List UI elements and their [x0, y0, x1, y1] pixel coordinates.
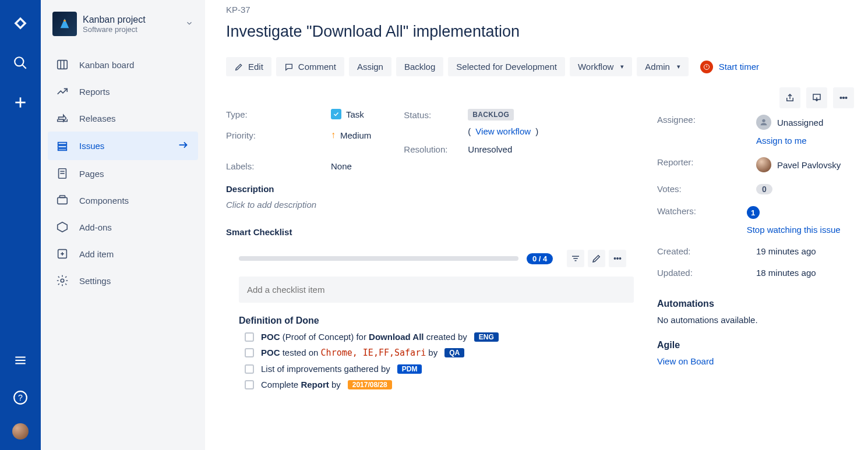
description-header: Description [226, 184, 634, 194]
item-text: tested on [280, 348, 321, 357]
issue-view: KP-37 Investigate "Download All" impleme… [205, 0, 868, 450]
automations-empty: No automations available. [657, 315, 848, 325]
assignee-label: Assignee: [657, 115, 756, 125]
item-bold: Report [301, 380, 329, 389]
item-code: Chrome, IE,FF,Safari [321, 348, 426, 358]
svg-point-0 [15, 57, 23, 66]
updated-value: 18 minutes ago [756, 268, 816, 278]
project-switcher[interactable]: Kanban project Software project [48, 9, 198, 47]
svg-point-40 [762, 119, 765, 122]
view-on-board-link[interactable]: View on Board [657, 356, 714, 366]
help-icon[interactable]: ? [9, 386, 32, 409]
sidebar-item-components[interactable]: Components [48, 187, 198, 214]
checkbox[interactable] [245, 364, 254, 374]
chevron-down-icon: ▾ [677, 63, 680, 70]
checklist-progress-bar [239, 256, 518, 261]
export-icon [811, 93, 822, 103]
checkbox[interactable] [245, 332, 254, 342]
backlog-button[interactable]: Backlog [396, 57, 443, 76]
sidebar-item-reports[interactable]: Reports [48, 78, 198, 105]
releases-icon [56, 112, 69, 125]
components-icon [56, 194, 69, 207]
tag-date: 2017/08/28 [348, 380, 392, 389]
admin-dropdown[interactable]: Admin▾ [637, 57, 689, 76]
edit-button[interactable]: Edit [226, 57, 271, 76]
search-icon[interactable] [9, 51, 32, 75]
assignee-value[interactable]: Unassigned [777, 118, 823, 127]
labels-value[interactable]: None [331, 161, 352, 171]
watchers-count[interactable]: 1 [747, 206, 760, 219]
checklist-input[interactable] [247, 285, 626, 295]
assign-to-me-link[interactable]: Assign to me [756, 136, 807, 146]
view-workflow-link[interactable]: View workflow [475, 126, 531, 136]
reporter-label: Reporter: [657, 157, 756, 167]
sidebar-item-label: Add-ons [79, 222, 112, 232]
checklist-group-header: Definition of Done [239, 316, 634, 326]
svg-marker-23 [58, 222, 68, 232]
sidebar-item-settings[interactable]: Settings [48, 267, 198, 294]
more-actions-button[interactable] [833, 87, 854, 108]
comment-button[interactable]: Comment [276, 57, 344, 76]
jira-logo-icon[interactable] [9, 12, 32, 35]
checklist-more-button[interactable] [609, 250, 626, 267]
sidebar-item-label: Issues [79, 141, 104, 151]
tag-pdm: PDM [397, 364, 422, 374]
checkbox[interactable] [245, 348, 254, 357]
sidebar-item-pages[interactable]: Pages [48, 160, 198, 187]
reporter-value[interactable]: Pavel Pavlovsky [777, 160, 841, 170]
item-text: by [426, 348, 437, 357]
user-avatar-icon[interactable] [12, 423, 29, 440]
selected-for-dev-button[interactable]: Selected for Development [448, 57, 565, 76]
stop-watching-link[interactable]: Stop watching this issue [747, 225, 841, 235]
description-placeholder[interactable]: Click to add description [226, 200, 634, 210]
checklist-item[interactable]: POC tested on Chrome, IE,FF,Safari by QA [245, 348, 634, 358]
assign-button[interactable]: Assign [349, 57, 391, 76]
workflow-dropdown[interactable]: Workflow▾ [570, 57, 632, 76]
checklist-filter-button[interactable] [567, 250, 584, 267]
item-text: Complete [261, 380, 301, 389]
checklist-item[interactable]: List of improvements gathered by PDM [245, 364, 634, 374]
pencil-icon [234, 62, 244, 72]
tag-qa: QA [444, 348, 464, 357]
checklist-edit-button[interactable] [588, 250, 605, 267]
sidebar-item-issues[interactable]: Issues [48, 132, 198, 160]
issue-toolbar: Edit Comment Assign Backlog Selected for… [226, 57, 854, 76]
issues-icon [56, 140, 69, 153]
project-name: Kanban project [83, 15, 146, 25]
sidebar-item-kanban-board[interactable]: Kanban board [48, 51, 198, 78]
created-label: Created: [657, 246, 756, 256]
addons-icon [56, 221, 69, 233]
checkbox[interactable] [245, 380, 254, 389]
project-sidebar: Kanban project Software project Kanban b… [41, 0, 205, 450]
issue-key[interactable]: KP-37 [226, 5, 854, 15]
sidebar-item-add-item[interactable]: Add item [48, 240, 198, 267]
checklist-item[interactable]: POC (Proof of Concept) for Download All … [245, 332, 634, 342]
sidebar-item-add-ons[interactable]: Add-ons [48, 214, 198, 240]
global-rail: ? [0, 0, 41, 450]
checklist-header: Smart Checklist [226, 227, 634, 237]
agile-header: Agile [657, 340, 848, 350]
svg-point-32 [843, 97, 845, 99]
share-icon [785, 93, 795, 103]
checklist-item[interactable]: Complete Report by 2017/08/28 [245, 380, 634, 389]
menu-icon[interactable] [9, 349, 32, 372]
button-label: Workflow [578, 62, 613, 72]
share-button[interactable] [779, 87, 800, 108]
button-label: Comment [298, 62, 336, 72]
votes-count[interactable]: 0 [756, 184, 772, 194]
svg-rect-11 [58, 61, 68, 69]
checklist-count: 0 / 4 [527, 253, 553, 264]
item-text: by [329, 380, 341, 389]
button-label: Selected for Development [456, 62, 557, 72]
priority-medium-icon: ↑ [331, 130, 336, 140]
export-button[interactable] [806, 87, 827, 108]
priority-value[interactable]: ↑ Medium [331, 130, 371, 140]
add-icon[interactable] [9, 91, 32, 114]
status-lozenge[interactable]: BACKLOG [468, 109, 514, 121]
checklist-input-wrapper[interactable] [239, 277, 634, 303]
type-value[interactable]: Task [331, 109, 364, 119]
start-timer-button[interactable]: Start timer [700, 61, 759, 73]
created-value: 19 minutes ago [756, 246, 816, 256]
task-type-icon [331, 109, 341, 119]
sidebar-item-releases[interactable]: Releases [48, 105, 198, 132]
